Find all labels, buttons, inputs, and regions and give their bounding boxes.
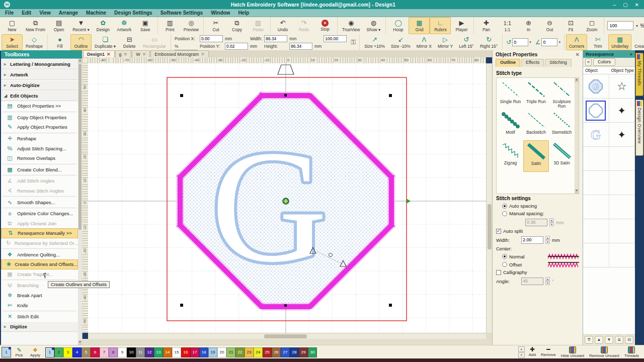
color-swatch-23[interactable]: 23 <box>245 347 254 357</box>
close-tab-icon[interactable]: ✕ <box>201 52 205 57</box>
corners-button[interactable]: ΛCorners <box>566 34 587 50</box>
close-icon[interactable]: ✕ <box>635 2 639 8</box>
new-from-button[interactable]: ⧉New From <box>23 17 48 34</box>
stitch-type-3d-satin[interactable]: 3D Satin <box>549 140 575 172</box>
letter-g-thumbnail[interactable]: G <box>586 125 605 144</box>
resequence-row-3[interactable]: G✦ <box>583 123 635 147</box>
menu-view[interactable]: View <box>39 10 51 16</box>
monogram-letter[interactable]: G <box>211 117 327 295</box>
close-tab-icon[interactable]: ✕ <box>107 52 111 57</box>
color-swatch-18[interactable]: 18 <box>199 347 208 357</box>
tool-reshape[interactable]: ✛Reshape <box>1 134 78 144</box>
doc-tab-design1[interactable]: Design1✕ <box>83 50 115 57</box>
tab-design-overview[interactable]: Design Overview <box>635 100 643 156</box>
select-button[interactable]: ➤Select <box>2 34 23 50</box>
tool-knife[interactable]: ✄Knife <box>1 300 78 310</box>
colors-button[interactable]: Colors <box>593 58 615 66</box>
auto-split-checkbox[interactable]: Auto split <box>496 228 579 234</box>
redo-button[interactable]: ↷Redo <box>293 17 314 34</box>
color-swatch-16[interactable]: 16 <box>181 347 190 357</box>
color-swatch-5[interactable]: 5 <box>82 347 91 357</box>
move-to-bottom-button[interactable]: ⇊ <box>615 336 623 344</box>
move-up-button[interactable]: ▲ <box>595 336 603 344</box>
menu-machine[interactable]: Machine <box>86 10 106 16</box>
toolbox-lettering-monogramming[interactable]: ▹Lettering / Monogramming <box>1 59 78 69</box>
new-button[interactable]: ▢New <box>2 17 23 34</box>
tool-remove-stitch-angles[interactable]: ∢Remove Stitch Angles <box>1 186 78 196</box>
size-10-button[interactable]: ↙Size -10% <box>388 34 414 50</box>
remove-button[interactable]: ━Remove <box>541 346 556 358</box>
tab-outline[interactable]: Outline <box>496 59 520 67</box>
current-color-swatch[interactable]: 1 <box>2 347 11 357</box>
toolbox-edit-objects[interactable]: ◢Edit Objects <box>1 90 78 101</box>
zoom-percent-field[interactable]: ▼% <box>604 17 644 34</box>
menu-design-settings[interactable]: Design Settings <box>114 10 152 16</box>
close-tab-icon[interactable]: ✕ <box>142 52 146 57</box>
center-offset-radio[interactable]: Offset <box>502 261 579 267</box>
hide-unused-button[interactable]: Hide Unused <box>561 346 584 358</box>
stitch-type-backstitch[interactable]: Backstitch <box>523 110 549 140</box>
auto-spacing-radio[interactable]: Auto spacing <box>502 203 579 209</box>
move-to-top-button[interactable]: ⇈ <box>585 336 593 344</box>
color-swatch-2[interactable]: 2 <box>54 347 63 357</box>
color-swatch-11[interactable]: 11 <box>136 347 145 357</box>
color-swatch-1[interactable]: 1 <box>45 347 54 357</box>
tool-create-color-blend[interactable]: ▩Create Color Blend... <box>1 165 78 175</box>
fit-button[interactable]: ⊡Fit <box>560 17 581 34</box>
1-1-button[interactable]: 1:11:1 <box>497 17 518 34</box>
toolbox-auto-digitize[interactable]: ▹Auto-Digitize <box>1 80 78 90</box>
menu-software-settings[interactable]: Software Settings <box>160 10 203 16</box>
resequence-row-2[interactable]: ✦ <box>583 99 635 123</box>
tool-resequence-manually[interactable]: ⇅Resequence Manually >> <box>1 228 78 238</box>
color-swatch-30[interactable]: 30 <box>308 347 317 357</box>
color-swatch-6[interactable]: 6 <box>91 347 100 357</box>
g-octagon-thumbnail[interactable]: G <box>586 77 605 96</box>
save-button[interactable]: ▣Save <box>135 17 156 34</box>
left-15-button[interactable]: ↺Left 15° <box>456 34 477 50</box>
delete-button[interactable]: ⊟Delete <box>119 34 140 50</box>
color-swatch-27[interactable]: 27 <box>281 347 290 357</box>
trim-button[interactable]: ✄Trim <box>587 34 608 50</box>
trueview-button[interactable]: ◉TrueView <box>339 17 363 34</box>
design-button[interactable]: ✿Design <box>93 17 114 34</box>
toolbox-artwork[interactable]: ▹Artwork <box>1 69 78 80</box>
color-swatch-24[interactable]: 24 <box>254 347 263 357</box>
tool-copy-object-properties[interactable]: ▥Copy Object Properties <box>1 113 78 123</box>
doc-tab-embossed-monogram[interactable]: Embossed Monogram✕ <box>150 50 209 57</box>
color-swatch-19[interactable]: 19 <box>208 347 217 357</box>
position-x-input[interactable] <box>200 35 223 42</box>
color-swatch-4[interactable]: 4 <box>72 347 82 357</box>
tool-resequence-by-selected-or[interactable]: ↻Resequence by Selected Or... <box>1 238 78 248</box>
center-normal-radio[interactable]: Normal <box>502 253 579 259</box>
tool-optimize-color-changes[interactable]: ≡Optimize Color Changes... <box>1 209 78 219</box>
underlay-button[interactable]: ▦Underlay <box>608 34 631 50</box>
hoop-button[interactable]: ◯Hoop <box>387 17 409 34</box>
color-swatch-21[interactable]: 21 <box>226 347 235 357</box>
tab-my-threads[interactable]: My Threads <box>635 53 643 96</box>
color-swatch-17[interactable]: 17 <box>190 347 199 357</box>
color-swatch-22[interactable]: 22 <box>235 347 245 357</box>
duplicate-button[interactable]: ❏Duplicate ▾ <box>92 34 119 50</box>
skew-by-field[interactable]: ∠▾ <box>533 34 562 50</box>
scroll-down-icon[interactable]: ▼ <box>78 340 82 345</box>
tool-apply-closest-join[interactable]: ⧉Apply Closest Join <box>1 219 78 229</box>
outline-button[interactable]: ◠Outline <box>70 34 92 50</box>
tool-ambience-quilting[interactable]: ❖Ambience Quilting... <box>1 249 78 259</box>
remove-unused-button[interactable]: Remove Unused <box>589 346 619 358</box>
doc-tab-g[interactable]: g✕ <box>115 50 132 57</box>
scrollbar-thumb[interactable] <box>78 64 82 230</box>
tool-smooth-shapes[interactable]: ∿Smooth Shapes... <box>1 197 78 207</box>
close-icon[interactable]: ✕ <box>576 52 580 57</box>
menu-window[interactable]: Window <box>211 10 230 16</box>
menu-file[interactable]: File <box>5 10 14 16</box>
recent-button[interactable]: ▼Recent ▾ <box>69 17 93 34</box>
design-canvas[interactable]: G <box>88 63 486 333</box>
pan-button[interactable]: ✚Pan <box>475 17 497 34</box>
cut-button[interactable]: ✂Cut <box>205 17 226 34</box>
artwork-button[interactable]: ❁Artwork <box>114 17 135 34</box>
tool-apply-object-properties[interactable]: ✎Apply Object Properties <box>1 122 78 132</box>
stitch-type-sculpture-run[interactable]: Sculpture Run <box>549 79 575 110</box>
stitch-type-motif[interactable]: Motif <box>498 110 523 140</box>
rulers-button[interactable]: ∟Rulers <box>430 17 451 34</box>
menu-edit[interactable]: Edit <box>22 10 31 16</box>
